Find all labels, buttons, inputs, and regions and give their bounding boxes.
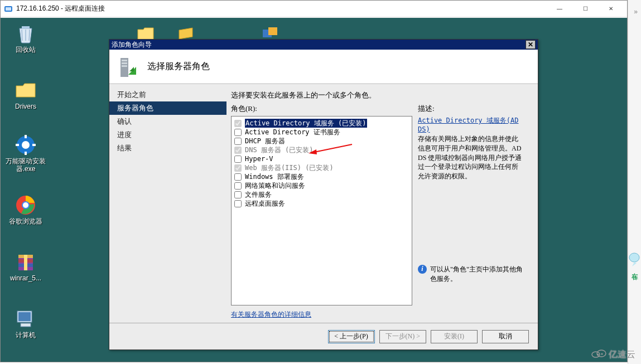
svg-rect-5 <box>25 135 27 138</box>
install-button: 安装(I) <box>431 330 478 343</box>
watermark-text: 亿速云 <box>609 349 635 361</box>
svg-rect-24 <box>122 62 127 64</box>
svg-rect-19 <box>21 323 31 327</box>
svg-rect-2 <box>22 26 30 28</box>
wizard-title-text: 添加角色向导 <box>112 40 152 50</box>
nav-item-before-you-begin[interactable]: 开始之前 <box>109 88 226 101</box>
wizard-main: 选择要安装在此服务器上的一个或多个角色。 角色(R): Active Direc… <box>226 85 538 323</box>
rdp-close-button[interactable]: ✕ <box>598 1 624 17</box>
right-side-panel: » 在客 <box>628 0 641 364</box>
recycle-bin-icon <box>4 22 47 45</box>
chrome-icon <box>4 194 47 216</box>
assistant-bubble-icon[interactable] <box>629 252 640 269</box>
computer-icon <box>4 308 47 330</box>
watermark: 亿速云 <box>591 348 635 361</box>
folder-icon <box>4 79 47 101</box>
role-checkbox[interactable] <box>234 138 242 145</box>
wizard-header: 选择服务器角色 <box>109 50 538 84</box>
roles-listbox[interactable]: Active Directory 域服务 (已安装) Active Direct… <box>231 116 412 305</box>
instruction-text: 选择要安装在此服务器上的一个或多个角色。 <box>231 90 528 100</box>
rdp-title-text: 172.16.16.250 - 远程桌面连接 <box>16 4 105 13</box>
role-item-nps[interactable]: 网络策略和访问服务 <box>234 181 409 190</box>
cancel-button[interactable]: 取消 <box>482 330 529 343</box>
svg-point-11 <box>23 202 28 208</box>
description-label: 描述: <box>418 104 528 114</box>
chevron-icon: » <box>634 8 638 16</box>
remote-desktop: 回收站 Drivers 万能驱动安装器.exe 谷歌浏览器 winrar_5.. <box>1 18 627 362</box>
role-item-iis[interactable]: Web 服务器(IIS) (已安装) <box>234 163 409 172</box>
role-checkbox[interactable] <box>234 129 242 136</box>
more-about-roles-link[interactable]: 有关服务器角色的详细信息 <box>231 310 412 319</box>
svg-point-31 <box>597 354 599 356</box>
role-checkbox[interactable] <box>234 200 242 207</box>
cloud-icon <box>591 348 606 361</box>
svg-rect-8 <box>32 144 36 146</box>
role-item-dhcp[interactable]: DHCP 服务器 <box>234 137 409 145</box>
role-item-file-services[interactable]: 文件服务 <box>234 190 409 199</box>
role-item-hyperv[interactable]: Hyper-V <box>234 154 409 163</box>
svg-rect-25 <box>122 65 127 67</box>
wizard-titlebar[interactable]: 添加角色向导 ✕ <box>109 40 538 50</box>
nav-item-progress[interactable]: 进度 <box>109 128 226 142</box>
info-icon: i <box>418 265 427 274</box>
svg-point-28 <box>629 253 639 262</box>
description-link[interactable]: Active Directory 域服务(AD DS) <box>418 116 528 133</box>
role-item-rds[interactable]: 远程桌面服务 <box>234 199 409 208</box>
archive-icon <box>4 251 47 273</box>
svg-point-4 <box>22 141 30 149</box>
nav-item-results[interactable]: 结果 <box>109 142 226 155</box>
svg-rect-23 <box>122 60 127 61</box>
role-checkbox[interactable] <box>234 173 242 181</box>
wizard-body: 开始之前 服务器角色 确认 进度 结果 选择要安装在此服务器上的一个或多个角色。… <box>109 85 538 323</box>
rdp-window: 172.16.16.250 - 远程桌面连接 — ☐ ✕ 回收站 Drivers… <box>0 0 628 362</box>
wizard-footer: < 上一步(P) 下一步(N) > 安装(I) 取消 <box>109 323 538 350</box>
info-hint-text: 可以从"角色"主页中添加其他角色服务。 <box>430 265 528 284</box>
roles-label: 角色(R): <box>231 104 412 114</box>
svg-rect-18 <box>18 312 31 321</box>
nav-item-server-roles[interactable]: 服务器角色 <box>109 101 226 115</box>
desktop-icon-winrar[interactable]: winrar_5... <box>4 251 47 282</box>
add-roles-wizard: 添加角色向导 ✕ 选择服务器角色 开始之前 服务器角色 确认 进度 结果 选 <box>109 39 538 350</box>
role-checkbox[interactable] <box>234 156 242 163</box>
server-roles-icon <box>116 55 141 79</box>
rdp-titlebar: 172.16.16.250 - 远程桌面连接 — ☐ ✕ <box>1 1 627 17</box>
svg-rect-6 <box>25 152 27 155</box>
svg-rect-1 <box>6 7 11 11</box>
svg-rect-16 <box>24 255 27 270</box>
role-checkbox <box>234 147 242 154</box>
svg-rect-21 <box>268 27 277 35</box>
previous-button[interactable]: < 上一步(P) <box>328 330 375 343</box>
desktop-icon-driver-tool[interactable]: 万能驱动安装器.exe <box>4 134 47 173</box>
gear-icon <box>4 134 47 156</box>
wizard-nav: 开始之前 服务器角色 确认 进度 结果 <box>109 85 226 323</box>
role-item-ad-cs[interactable]: Active Directory 证书服务 <box>234 128 409 137</box>
wizard-close-button[interactable]: ✕ <box>526 40 536 49</box>
role-checkbox[interactable] <box>234 182 242 190</box>
rdp-icon <box>4 4 13 13</box>
rdp-maximize-button[interactable]: ☐ <box>572 1 598 17</box>
rdp-minimize-button[interactable]: — <box>547 1 572 17</box>
role-item-dns[interactable]: DNS 服务器 (已安装) <box>234 145 409 154</box>
desktop-icon-drivers[interactable]: Drivers <box>4 79 47 110</box>
description-text: 存储有关网络上对象的信息并使此信息可用于用户和网络管理员。AD DS 使用域控制… <box>418 134 524 181</box>
wizard-header-title: 选择服务器角色 <box>147 61 210 72</box>
svg-point-32 <box>601 353 603 355</box>
role-item-wds[interactable]: Windows 部署服务 <box>234 172 409 181</box>
desktop-icon-recycle-bin[interactable]: 回收站 <box>4 22 47 54</box>
svg-rect-7 <box>16 144 19 146</box>
next-button: 下一步(N) > <box>379 330 426 343</box>
desktop-icon-computer[interactable]: 计算机 <box>4 308 47 339</box>
role-checkbox <box>234 164 242 172</box>
role-checkbox <box>234 120 242 127</box>
nav-item-confirmation[interactable]: 确认 <box>109 115 226 128</box>
desktop-icon-chrome[interactable]: 谷歌浏览器 <box>4 194 47 225</box>
info-hint: i 可以从"角色"主页中添加其他角色服务。 <box>418 265 528 284</box>
role-item-ad-ds[interactable]: Active Directory 域服务 (已安装) <box>234 119 409 128</box>
role-checkbox[interactable] <box>234 191 242 198</box>
